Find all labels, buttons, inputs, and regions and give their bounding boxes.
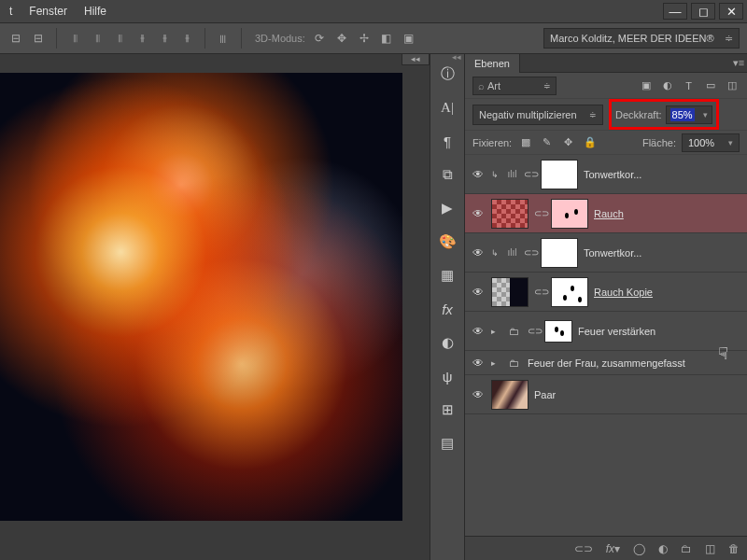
layer-row-group[interactable]: 👁 ▸ 🗀 Feuer der Frau, zusammengefasst — [465, 351, 747, 375]
clip-indicator: ↳ — [491, 248, 500, 258]
swatches-panel-icon[interactable]: ▦ — [435, 265, 459, 286]
visibility-toggle[interactable]: 👁 — [471, 357, 486, 370]
layers-tab[interactable]: Ebenen — [465, 54, 520, 73]
orbit-icon[interactable]: ⟳ — [311, 30, 328, 47]
layer-mask-thumb[interactable] — [541, 238, 578, 268]
layer-name[interactable]: Feuer verstärken — [578, 326, 655, 337]
visibility-toggle[interactable]: 👁 — [471, 388, 486, 401]
link-layers-icon[interactable]: ⊂⊃ — [574, 542, 593, 555]
move-icon[interactable]: ✢ — [356, 30, 373, 47]
mode-label: 3D-Modus: — [255, 33, 305, 44]
blend-mode-select[interactable]: Negativ multiplizieren≑ — [472, 105, 603, 125]
filter-image-icon[interactable]: ▣ — [638, 77, 654, 93]
paragraph-panel-icon[interactable]: ¶ — [435, 131, 459, 151]
distribute-icon[interactable]: ⫵ — [134, 30, 150, 47]
scale-icon[interactable]: ◧ — [378, 30, 395, 47]
layer-row-group[interactable]: 👁 ▸ 🗀 ⊂⊃ Feuer verstärken — [465, 312, 747, 351]
styles-panel-icon[interactable]: fx — [435, 299, 459, 319]
layer-name[interactable]: Rauch Kopie — [594, 287, 653, 298]
link-icon: ⊂⊃ — [534, 208, 545, 218]
panel-menu-icon[interactable]: ▾≡ — [730, 57, 747, 69]
character-panel-icon[interactable]: A| — [435, 97, 459, 118]
menu-bar: t Fenster Hilfe — [0, 0, 106, 22]
pan-icon[interactable]: ✥ — [333, 30, 350, 47]
distribute-icon[interactable]: ⫴ — [111, 30, 128, 47]
fx-icon[interactable]: fx▾ — [606, 542, 620, 555]
camera-icon[interactable]: ▣ — [401, 30, 417, 47]
close-button[interactable]: ✕ — [719, 3, 743, 20]
workspace-selector[interactable]: Marco Kolditz, MEER DER IDEEN® ≑ — [543, 28, 740, 49]
distribute-icon[interactable]: ⫴ — [66, 30, 83, 47]
mask-icon[interactable]: ◯ — [633, 542, 645, 555]
link-icon: ⊂⊃ — [524, 247, 535, 258]
menu-item-help[interactable]: Hilfe — [84, 5, 106, 18]
layer-mask-thumb[interactable] — [544, 320, 572, 343]
visibility-toggle[interactable]: 👁 — [471, 286, 486, 299]
lock-transparency-icon[interactable]: ▩ — [517, 134, 533, 150]
layer-mask-thumb[interactable] — [551, 199, 588, 229]
filter-smart-icon[interactable]: ◫ — [724, 77, 740, 93]
canvas[interactable] — [0, 73, 402, 521]
lock-position-icon[interactable]: ✥ — [560, 134, 576, 150]
distribute-icon[interactable]: ⫵ — [156, 30, 173, 47]
opacity-input[interactable]: 85%▾ — [666, 105, 712, 124]
menu-item[interactable]: t — [9, 5, 12, 18]
info-panel-icon[interactable]: ⓘ — [435, 63, 459, 84]
expand-toggle[interactable]: ▸ — [491, 358, 500, 368]
brush-presets-icon[interactable]: ⊞ — [435, 399, 459, 420]
distribute-icon[interactable]: ⫴ — [89, 30, 106, 47]
layer-list: 👁 ↳ ılıl ⊂⊃ Tonwertkor... 👁 ⊂⊃ Rauch 👁 ↳ — [465, 155, 747, 536]
layer-row[interactable]: 👁 ↳ ılıl ⊂⊃ Tonwertkor... — [465, 155, 747, 194]
filter-adjustment-icon[interactable]: ◐ — [659, 77, 675, 93]
delete-icon[interactable]: 🗑 — [728, 542, 740, 555]
properties-panel-icon[interactable]: ▤ — [435, 433, 459, 454]
layer-name[interactable]: Paar — [534, 389, 556, 400]
align-icon[interactable]: ⫼ — [215, 30, 232, 47]
layer-row[interactable]: 👁 ↳ ılıl ⊂⊃ Tonwertkor... — [465, 233, 747, 273]
collapse-dock-icon[interactable]: ◂◂ — [402, 54, 430, 65]
menu-item-window[interactable]: Fenster — [29, 5, 67, 18]
new-layer-icon[interactable]: ◫ — [705, 542, 715, 555]
visibility-toggle[interactable]: 👁 — [471, 325, 486, 338]
layer-mask-thumb[interactable] — [541, 160, 578, 189]
layer-name[interactable]: Rauch — [594, 208, 624, 219]
align-icon[interactable]: ⊟ — [7, 30, 24, 47]
filter-shape-icon[interactable]: ▭ — [702, 77, 718, 93]
visibility-toggle[interactable]: 👁 — [471, 168, 486, 181]
navigator-panel-icon[interactable]: ▶ — [435, 198, 459, 218]
layer-name[interactable]: Tonwertkor... — [584, 247, 641, 259]
dock-header[interactable]: ◂◂ — [430, 52, 464, 63]
canvas-area[interactable]: ◂◂ — [0, 54, 430, 560]
layer-filter-select[interactable]: Art≑ — [472, 77, 557, 95]
layer-thumb[interactable] — [491, 380, 529, 410]
layer-row[interactable]: 👁 ⊂⊃ Rauch Kopie — [465, 273, 747, 312]
expand-toggle[interactable]: ▸ — [491, 327, 500, 336]
layer-name[interactable]: Feuer der Frau, zusammengefasst — [528, 357, 685, 369]
brush-panel-icon[interactable]: ψ — [435, 366, 459, 386]
adjustment-icon[interactable]: ◐ — [658, 542, 668, 555]
layer-row[interactable]: 👁 Paar — [465, 375, 747, 414]
layer-name[interactable]: Tonwertkor... — [584, 169, 641, 180]
folder-icon: 🗀 — [506, 323, 522, 339]
layer-mask-thumb[interactable] — [551, 277, 588, 307]
folder-icon: 🗀 — [506, 355, 522, 371]
visibility-toggle[interactable]: 👁 — [471, 246, 486, 259]
lock-pixels-icon[interactable]: ✎ — [539, 134, 555, 150]
group-icon[interactable]: 🗀 — [681, 542, 692, 555]
clone-panel-icon[interactable]: ⧉ — [435, 164, 459, 185]
visibility-toggle[interactable]: 👁 — [471, 207, 486, 220]
lock-all-icon[interactable]: 🔒 — [582, 134, 598, 150]
adjustments-panel-icon[interactable]: ◐ — [435, 332, 459, 353]
layer-row-selected[interactable]: 👁 ⊂⊃ Rauch — [465, 194, 747, 233]
color-panel-icon[interactable]: 🎨 — [435, 231, 459, 252]
align-icon[interactable]: ⊟ — [30, 30, 47, 47]
options-bar: ⊟ ⊟ ⫴ ⫴ ⫴ ⫵ ⫵ ⫵ ⫼ 3D-Modus: ⟳ ✥ ✢ ◧ ▣ Ma… — [0, 22, 747, 54]
fill-input[interactable]: 100%▾ — [682, 133, 740, 152]
filter-type-icon[interactable]: T — [681, 77, 697, 93]
link-icon: ⊂⊃ — [528, 326, 539, 336]
distribute-icon[interactable]: ⫵ — [178, 30, 195, 47]
layer-thumb[interactable] — [491, 199, 529, 229]
layer-thumb[interactable] — [491, 277, 529, 307]
maximize-button[interactable]: ◻ — [691, 3, 715, 20]
minimize-button[interactable]: — — [663, 3, 687, 20]
